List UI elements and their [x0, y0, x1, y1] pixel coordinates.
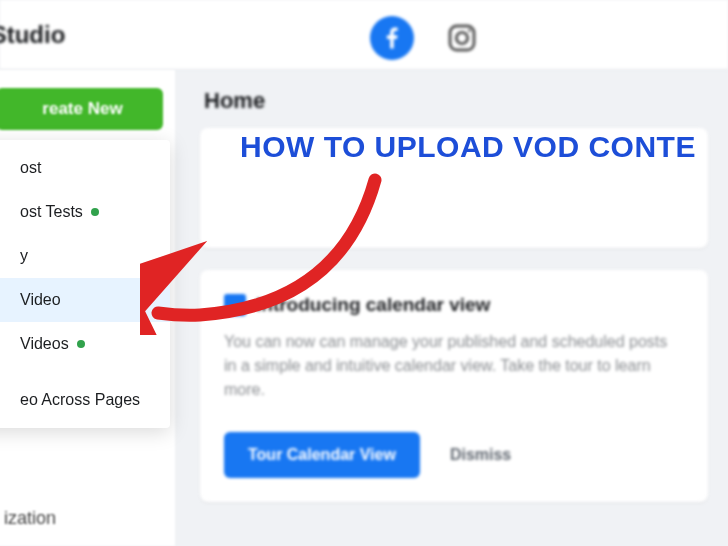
instagram-icon[interactable]	[442, 18, 482, 58]
page-title: Home	[204, 88, 708, 114]
sidebar-item-monetization[interactable]: ization	[4, 508, 175, 529]
svg-rect-0	[450, 26, 474, 50]
dropdown-item-post[interactable]: ost	[0, 146, 170, 190]
checkbox-icon	[224, 294, 246, 316]
tour-calendar-button[interactable]: Tour Calendar View	[224, 432, 420, 478]
dropdown-item-story[interactable]: y	[0, 234, 170, 278]
header: or Studio	[0, 0, 728, 70]
dismiss-button[interactable]: Dismiss	[450, 446, 511, 464]
calendar-intro-card: Introducing calendar view You can now ca…	[200, 270, 708, 502]
create-new-button[interactable]: reate New	[0, 88, 163, 130]
dropdown-item-multiple-videos[interactable]: Videos	[0, 322, 170, 366]
facebook-icon[interactable]	[370, 16, 414, 60]
dropdown-item-upload-video[interactable]: Video	[0, 278, 170, 322]
dropdown-item-post-tests[interactable]: ost Tests	[0, 190, 170, 234]
platform-tabs	[370, 16, 482, 60]
annotation-title: HOW TO UPLOAD VOD CONTE	[240, 130, 696, 164]
calendar-card-title: Introducing calendar view	[256, 294, 490, 316]
dropdown-item-video-across-pages[interactable]: eo Across Pages	[0, 378, 170, 422]
new-feature-dot	[91, 208, 99, 216]
create-new-dropdown: ost ost Tests y Video Videos eo Across P…	[0, 140, 170, 428]
new-feature-dot	[77, 340, 85, 348]
svg-point-1	[456, 32, 467, 43]
svg-point-2	[468, 29, 471, 32]
app-title: or Studio	[0, 21, 65, 49]
calendar-card-body: You can now can manage your published an…	[224, 330, 684, 402]
